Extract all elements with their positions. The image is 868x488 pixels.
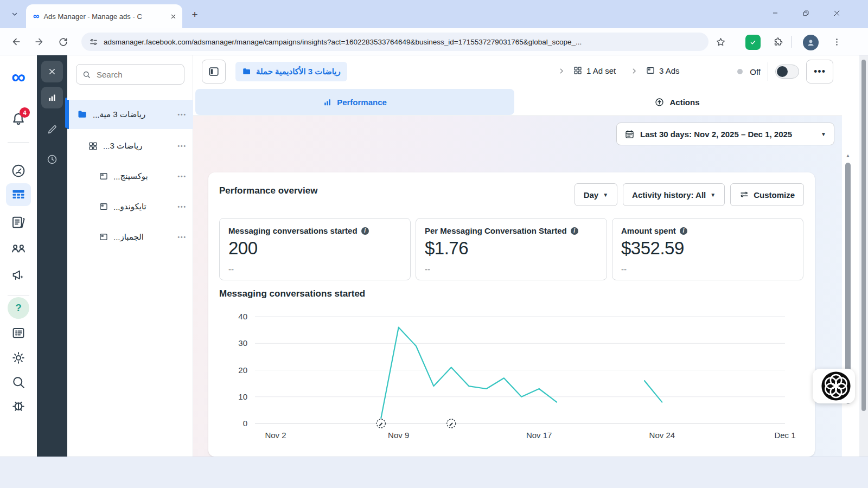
tree-item-ad[interactable]: ...الجمباز •••: [67, 223, 193, 251]
metric-card-amount-spent: Amount spenti $352.59 --: [612, 218, 803, 280]
metric-subtext: --: [228, 265, 401, 274]
metric-card-cost-per-conversation: Per Messaging Conversation Startedi $1.7…: [416, 218, 607, 280]
row-menu-button[interactable]: •••: [177, 174, 187, 179]
breadcrumb-adset[interactable]: 1 Ad set: [573, 66, 616, 75]
ad-icon: [99, 232, 108, 242]
tree-item-campaign[interactable]: ...رياضات 3 مية •••: [67, 100, 193, 129]
tree-item-ad[interactable]: ...تايكوندو •••: [67, 193, 193, 220]
svg-text:Nov 24: Nov 24: [649, 431, 675, 440]
overview-title: Performance overview: [219, 185, 317, 196]
edit-pencil-icon[interactable]: [46, 124, 58, 136]
scroll-up-arrow[interactable]: ▲: [845, 153, 851, 159]
main-header: رياضات 3 الأكاديمية حملة 1 Ad set 3 Ads …: [193, 55, 842, 88]
breadcrumb-campaign-chip[interactable]: رياضات 3 الأكاديمية حملة: [235, 62, 347, 81]
tree-search-box[interactable]: [76, 64, 184, 85]
info-icon[interactable]: i: [680, 227, 687, 235]
truncation-dots: ...: [113, 172, 120, 181]
campaign-tree-panel: ...رياضات 3 مية ••• ...رياضات 3 ••• ...ب…: [67, 55, 193, 457]
address-bar[interactable]: adsmanager.facebook.com/adsmanager/manag…: [81, 33, 709, 51]
svg-text:0: 0: [243, 419, 247, 428]
toolbar-divider: [791, 36, 792, 48]
tree-item-adset[interactable]: ...رياضات 3 •••: [67, 132, 193, 159]
browser-scrollbar[interactable]: [861, 60, 866, 411]
settings-gear-icon[interactable]: [0, 350, 37, 366]
tab-close-icon[interactable]: [168, 11, 178, 21]
profile-avatar[interactable]: [802, 34, 819, 51]
campaign-toggle[interactable]: [775, 65, 799, 79]
meta-logo[interactable]: ∞: [0, 67, 37, 87]
tab-performance[interactable]: Performance: [195, 89, 514, 115]
info-icon[interactable]: i: [361, 227, 369, 235]
forward-button[interactable]: [29, 32, 49, 52]
collapse-sidebar-button[interactable]: [202, 60, 226, 84]
edit-marker-icon: [376, 419, 385, 428]
billing-icon[interactable]: [0, 325, 37, 341]
notifications-bell-icon[interactable]: [0, 111, 37, 128]
more-options-button[interactable]: •••: [806, 60, 833, 84]
browser-tab[interactable]: ∞ Ads Manager - Manage ads - C: [26, 4, 182, 28]
tools-dark-rail: [37, 55, 67, 457]
reload-button[interactable]: [53, 32, 73, 52]
window-minimize-button[interactable]: [763, 0, 788, 26]
advertise-megaphone-icon[interactable]: [0, 267, 37, 283]
activity-history-button[interactable]: Activity history: All▼: [623, 183, 725, 206]
conversations-line-chart: 403020100Nov 2Nov 9Nov 17Nov 24Dec 1: [213, 301, 802, 449]
row-menu-button[interactable]: •••: [177, 204, 187, 210]
customize-button[interactable]: Customize: [730, 183, 804, 206]
metric-value: 200: [228, 238, 401, 259]
extension-green-icon[interactable]: [744, 34, 762, 51]
campaigns-nav-selected[interactable]: [6, 183, 31, 206]
row-menu-button[interactable]: •••: [177, 234, 187, 240]
insight-tabs: Performance Actions: [193, 88, 842, 116]
tab-search-button[interactable]: [7, 7, 23, 21]
meta-nav-rail: ∞ 4 ?: [0, 55, 37, 457]
info-icon[interactable]: i: [571, 227, 578, 235]
account-overview-icon[interactable]: [0, 163, 37, 179]
bar-chart-icon: [323, 98, 332, 107]
truncation-dots: ...: [113, 233, 120, 242]
extensions-puzzle-icon[interactable]: [769, 33, 787, 50]
chevron-down-icon: ▼: [821, 131, 826, 137]
svg-text:10: 10: [238, 392, 247, 401]
date-range-selector[interactable]: Last 30 days: Nov 2, 2025 – Dec 1, 2025 …: [616, 123, 834, 145]
new-tab-button[interactable]: +: [188, 8, 202, 22]
charts-tool-button-active[interactable]: [41, 87, 63, 108]
campaigns-table-icon: [11, 187, 26, 202]
tree-item-ad[interactable]: ...بوكسينج •••: [67, 163, 193, 190]
truncation-dots: ...: [103, 142, 110, 151]
rail-divider: [8, 142, 29, 143]
close-panel-button[interactable]: [41, 61, 63, 82]
insights-content: Last 30 days: Nov 2, 2025 – Dec 1, 2025 …: [193, 116, 842, 457]
meta-favicon: ∞: [33, 11, 39, 21]
breadcrumb-chevron-icon: [558, 67, 565, 75]
row-menu-button[interactable]: •••: [177, 112, 187, 118]
svg-text:30: 30: [238, 338, 247, 348]
row-menu-button[interactable]: •••: [177, 143, 187, 149]
close-icon: [48, 67, 56, 76]
bookmark-star-icon[interactable]: [712, 33, 729, 50]
desktop-screen: ∞ Ads Manager - Manage ads - C + adsmana…: [0, 0, 868, 488]
audiences-icon[interactable]: [0, 240, 37, 256]
tree-search-input[interactable]: [95, 69, 171, 80]
breakdown-day-button[interactable]: Day▼: [575, 183, 617, 206]
tab-actions[interactable]: Actions: [514, 89, 840, 115]
history-clock-icon[interactable]: [46, 153, 58, 165]
report-bug-icon[interactable]: [0, 397, 37, 414]
site-settings-icon[interactable]: [89, 37, 98, 47]
edit-marker-icon: [447, 419, 456, 428]
page-scrollbar[interactable]: [845, 163, 851, 404]
folder-icon: [77, 109, 88, 120]
ads-reporting-icon[interactable]: [0, 214, 37, 230]
help-button[interactable]: ?: [0, 297, 37, 319]
window-close-button[interactable]: [824, 0, 849, 26]
svg-text:Dec 1: Dec 1: [774, 431, 795, 440]
floating-widget-emblem[interactable]: [820, 370, 852, 402]
browser-menu-icon[interactable]: [828, 33, 845, 50]
search-nav-icon[interactable]: [0, 374, 37, 390]
rail-divider: [8, 295, 29, 296]
breadcrumb-ads[interactable]: 3 Ads: [646, 66, 680, 75]
back-button[interactable]: [7, 32, 26, 52]
window-restore-button[interactable]: [793, 0, 818, 26]
browser-titlebar: ∞ Ads Manager - Manage ads - C +: [0, 0, 868, 28]
arrow-up-circle-icon: [654, 97, 665, 107]
